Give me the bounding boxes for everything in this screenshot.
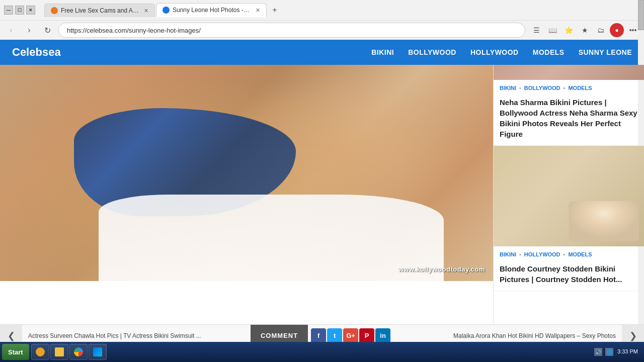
nav-bollywood[interactable]: BOLLYWOOD [408,48,456,56]
speaker-icon[interactable]: 🔊 [594,348,602,356]
new-tab-button[interactable]: + [268,3,282,17]
tab-bar: Free Live Sex Cams and Adult Ch... ✕ Sun… [40,3,286,17]
toolbar-icons: ☰ 📖 ⭐ ★ 🗂 ● ••• [529,23,640,37]
taskbar-right: 🔊 🌐 3:33 PM [590,348,642,356]
back-button[interactable]: ‹ [4,23,18,37]
sidebar-card-1[interactable]: BIKINI • BOLLYWOOD • MODELS Neha Sharma … [494,65,644,146]
linkedin-share-button[interactable]: in [375,328,390,343]
clock-time: 3:33 PM [617,348,638,355]
tab-1[interactable]: Free Live Sex Cams and Adult Ch... ✕ [44,4,155,17]
taskbar-chrome-icon [74,347,83,356]
start-label: Start [8,348,23,356]
taskbar-item-chrome[interactable] [69,344,88,360]
tag-models-1[interactable]: MODELS [568,85,592,91]
sidebar-card-1-meta: BIKINI • BOLLYWOOD • MODELS [494,80,644,97]
start-button[interactable]: Start [2,344,29,360]
nav-models[interactable]: MODELS [533,48,565,56]
window-controls: — ☐ ✕ [4,6,35,15]
tag-bollywood-1[interactable]: BOLLYWOOD [524,85,560,91]
taskbar-folder-icon [55,347,64,356]
tab-2-label: Sunny Leone Hot Photos - Bolly... [173,7,251,14]
sidebar-card-2-title[interactable]: Blonde Courtney Stodden Bikini Pictures … [494,263,644,291]
reader-mode-icon[interactable]: ☰ [529,23,543,37]
add-to-favorites-icon[interactable]: ⭐ [561,23,576,37]
immersive-reader-icon[interactable]: 📖 [545,23,559,37]
minimize-button[interactable]: — [4,6,13,15]
tab-1-close[interactable]: ✕ [144,8,148,14]
favorites-icon[interactable]: ★ [578,23,592,37]
taskbar-item-ie[interactable] [31,344,49,360]
site-logo[interactable]: Celebsea [12,46,61,59]
twitter-share-button[interactable]: t [327,328,342,343]
system-clock[interactable]: 3:33 PM [617,348,638,355]
site-nav: BIKINI BOLLYWOOD HOLLYWOOD MODELS SUNNY … [371,48,632,56]
sidebar-card-2-meta: BIKINI • HOLLYWOOD • MODELS [494,246,644,263]
address-input[interactable] [58,23,525,38]
forward-button[interactable]: › [22,23,36,37]
page-content: Celebsea BIKINI BOLLYWOOD HOLLYWOOD MODE… [0,40,644,346]
address-bar: ‹ › ↻ ☰ 📖 ⭐ ★ 🗂 ● ••• [0,20,644,40]
maximize-button[interactable]: ☐ [15,6,24,15]
googleplus-share-button[interactable]: G+ [343,328,358,343]
social-icons: f t G+ P in [308,328,393,343]
collections-icon[interactable]: 🗂 [594,23,608,37]
pinterest-share-button[interactable]: P [359,328,374,343]
close-button[interactable]: ✕ [26,6,35,15]
tab-2-icon [163,7,170,14]
facebook-share-button[interactable]: f [311,328,326,343]
sidebar-card-2-image [494,146,644,246]
taskbar-ie-icon [36,347,45,356]
tag-models-2[interactable]: MODELS [568,251,592,257]
sidebar-card-1-image [494,65,644,80]
nav-bikini[interactable]: BIKINI [371,48,394,56]
sidebar: BIKINI • BOLLYWOOD • MODELS Neha Sharma … [493,65,644,324]
profile-icon[interactable]: ● [610,23,624,37]
next-article-text[interactable]: Malaika Arora Khan Hot Bikini HD Wallpap… [393,332,622,339]
system-tray-icons: 🔊 🌐 [594,348,613,356]
sidebar-card-2-tags: BIKINI • HOLLYWOOD • MODELS [500,251,638,257]
taskbar-item-folder[interactable] [50,344,68,360]
browser-chrome: — ☐ ✕ Free Live Sex Cams and Adult Ch...… [0,0,644,40]
network-icon[interactable]: 🌐 [605,348,613,356]
tag-bikini-2[interactable]: BIKINI [500,251,516,257]
sidebar-card-1-title[interactable]: Neha Sharma Bikini Pictures | Bollywood … [494,97,644,145]
tag-hollywood-2[interactable]: HOLLYWOOD [524,251,560,257]
tab-2[interactable]: Sunny Leone Hot Photos - Bolly... ✕ [156,3,267,17]
site-header: Celebsea BIKINI BOLLYWOOD HOLLYWOOD MODE… [0,40,644,65]
taskbar: Start 🔊 🌐 3:33 PM [0,342,644,362]
taskbar-items [31,344,588,360]
image-watermark: www.kollywoodtoday.com [398,265,485,273]
refresh-button[interactable]: ↻ [40,23,54,37]
main-image: www.kollywoodtoday.com [0,65,493,281]
sidebar-card-1-tags: BIKINI • BOLLYWOOD • MODELS [500,85,638,91]
sidebar-card-2[interactable]: BIKINI • HOLLYWOOD • MODELS Blonde Court… [494,146,644,291]
taskbar-edge-icon [93,347,102,356]
tag-bikini-1[interactable]: BIKINI [500,85,516,91]
prev-article-text[interactable]: Actress Surveen Chawla Hot Pics | TV Act… [22,332,251,339]
nav-sunny-leone[interactable]: SUNNY LEONE [579,48,632,56]
taskbar-item-edge[interactable] [89,344,107,360]
tab-1-label: Free Live Sex Cams and Adult Ch... [61,7,139,14]
tab-2-close[interactable]: ✕ [256,7,260,14]
tab-1-icon [51,7,58,14]
title-bar: — ☐ ✕ Free Live Sex Cams and Adult Ch...… [0,0,644,20]
main-content: www.kollywoodtoday.com [0,65,493,324]
white-fabric [99,195,444,281]
main-layout: www.kollywoodtoday.com BIKINI • BOLLYWOO… [0,65,644,324]
nav-hollywood[interactable]: HOLLYWOOD [470,48,519,56]
